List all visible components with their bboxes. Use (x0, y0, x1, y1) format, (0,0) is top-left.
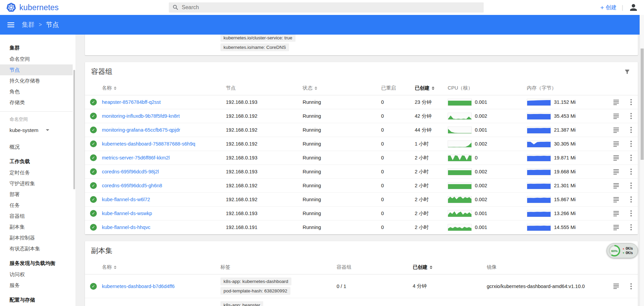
breadcrumb-cluster-link[interactable]: 集群 (22, 20, 35, 29)
sidebar-item-pods[interactable]: 容器组 (0, 211, 73, 222)
pod-name-cell: monitoring-grafana-65ccfb675-qpjdr (102, 127, 226, 133)
pod-menu-button[interactable] (624, 98, 638, 107)
memory-value: 21.387 Mi (554, 127, 576, 133)
cpu-sparkline-box (448, 168, 472, 175)
pod-logs-button[interactable] (608, 197, 624, 203)
pod-name-link[interactable]: heapster-8576784bff-q2sst (102, 99, 161, 105)
cpu-value: 0.001 (475, 127, 487, 133)
pod-menu-button[interactable] (624, 139, 638, 148)
pod-node: 192.168.0.192 (226, 197, 303, 202)
replicaset-logs-button[interactable] (608, 283, 624, 289)
pod-logs-button[interactable] (608, 127, 624, 133)
sidebar-item-cluster[interactable]: 集群 (0, 42, 73, 54)
pods-filter-button[interactable] (624, 69, 630, 75)
pod-menu-button[interactable] (624, 126, 638, 134)
sidebar-item-discovery-load-balancing[interactable]: 服务发现与负载均衡 (0, 257, 73, 269)
check-circle-icon: ✓ (90, 168, 97, 175)
pod-restarts: 0 (381, 211, 415, 216)
replicaset-row: ✓kubernetes-dashboard-b7d6d4ff6k8s-app: … (85, 274, 638, 298)
memory-value: 14.555 Mi (554, 225, 576, 230)
pod-menu-button[interactable] (624, 153, 638, 162)
column-label: 名称 (102, 264, 112, 270)
pod-name-link[interactable]: monitoring-influxdb-9b78f5fd9-kn8rt (102, 113, 180, 119)
pod-name-link[interactable]: coredns-695f96dcd5-gh6n8 (102, 183, 162, 188)
replicaset-status-icon: ✓ (85, 283, 102, 290)
sidebar-item-ingresses[interactable]: 访问权 (0, 269, 73, 280)
namespace-selector[interactable]: kube-system (0, 124, 73, 136)
pod-logs-button[interactable] (608, 183, 624, 189)
pod-menu-button[interactable] (624, 167, 638, 176)
replicaset-images: gcrxio/kubernetes-dashboard-amd64:v1.10.… (487, 284, 608, 289)
usage-sparkline (527, 224, 551, 231)
sidebar-item-workloads[interactable]: 工作负载 (0, 156, 73, 167)
sidebar-item-jobs[interactable]: 任务 (0, 200, 73, 211)
replicaset-name-link[interactable]: kubernetes-dashboard-b7d6d4ff6 (102, 284, 175, 289)
sidebar-item-namespaces[interactable]: 命名空间 (0, 54, 73, 64)
sidebar-item-daemon-sets[interactable]: 守护进程集 (0, 178, 73, 189)
pod-restarts: 0 (381, 169, 415, 174)
sidebar-item-stateful-sets[interactable]: 有状态副本集 (0, 243, 73, 254)
column-label: 标签 (220, 264, 230, 270)
user-avatar-button[interactable] (628, 2, 639, 13)
sidebar-item-deployments[interactable]: 部署 (0, 189, 73, 200)
sidebar-item-nodes[interactable]: 节点 (0, 64, 73, 75)
pod-name-cell: heapster-8576784bff-q2sst (102, 99, 226, 105)
pod-name-link[interactable]: kube-flannel-ds-wswkp (102, 211, 152, 216)
search-input[interactable] (182, 4, 480, 11)
pod-menu-button[interactable] (624, 209, 638, 218)
sidebar-scrollbar-thumb[interactable] (73, 70, 75, 189)
column-header-created[interactable]: 已创建 (415, 85, 448, 91)
column-label: 容器组 (337, 264, 352, 270)
sidebar-item-cron-jobs[interactable]: 定时任务 (0, 167, 73, 178)
page-scrollbar[interactable] (640, 15, 644, 306)
pod-status: Running (303, 99, 381, 105)
sidebar-item-services[interactable]: 服务 (0, 280, 73, 291)
menu-toggle-button[interactable] (7, 21, 15, 29)
sidebar-item-storage-classes[interactable]: 存储类 (0, 97, 73, 108)
pod-logs-button[interactable] (608, 211, 624, 216)
pod-cpu-usage: 0.001 (448, 224, 527, 231)
sidebar-item-replica-sets[interactable]: 副本集 (0, 222, 73, 232)
pod-logs-button[interactable] (608, 113, 624, 119)
pod-name-link[interactable]: kube-flannel-ds-hhqvc (102, 225, 150, 230)
pod-restarts: 0 (381, 183, 415, 188)
pod-logs-button[interactable] (608, 155, 624, 161)
pod-name-link[interactable]: coredns-695f96dcd5-98j2l (102, 169, 159, 174)
column-header-name[interactable]: 名称 (102, 85, 226, 91)
cpu-value: 0.002 (475, 169, 487, 174)
sort-arrows-icon (430, 266, 432, 269)
pod-logs-button[interactable] (608, 169, 624, 175)
pod-menu-button[interactable] (624, 223, 638, 232)
pod-menu-button[interactable] (624, 112, 638, 120)
sidebar-item-config-storage[interactable]: 配置与存储 (0, 294, 73, 306)
column-header-cpu: CPU（核） (448, 85, 527, 91)
column-header-created[interactable]: 已创建 (413, 264, 487, 270)
pod-menu-button[interactable] (624, 181, 638, 190)
pod-cpu-usage: 0.001 (448, 99, 527, 106)
pod-name-link[interactable]: kubernetes-dashboard-7588787688-s6h9q (102, 141, 195, 147)
sidebar-item-replication-controllers[interactable]: 副本控制器 (0, 232, 73, 243)
pod-logs-button[interactable] (608, 99, 624, 105)
column-header-name[interactable]: 名称 (102, 264, 220, 270)
kebab-menu-icon (629, 195, 633, 204)
pod-logs-button[interactable] (608, 225, 624, 230)
create-button[interactable]: + 创建 (600, 4, 616, 11)
pod-name-cell: coredns-695f96dcd5-98j2l (102, 169, 226, 174)
sidebar-item-roles[interactable]: 角色 (0, 86, 73, 97)
pod-name-link[interactable]: monitoring-grafana-65ccfb675-qpjdr (102, 127, 180, 133)
replicaset-menu-button[interactable] (624, 282, 638, 291)
page-scrollbar-thumb[interactable] (641, 49, 644, 160)
label-chip: k8s-app: heapster (220, 301, 263, 306)
pod-memory-usage: 19.668 Mi (527, 168, 608, 175)
pod-logs-button[interactable] (608, 141, 624, 147)
pod-status: Running (303, 225, 381, 230)
sidebar-item-persistent-volumes[interactable]: 持久化存储卷 (0, 75, 73, 86)
pods-card-header: 容器组 (85, 62, 638, 81)
pod-name-link[interactable]: kube-flannel-ds-w6l72 (102, 197, 150, 202)
column-header-status[interactable]: 状态 (303, 85, 381, 91)
kubernetes-logo[interactable]: kubernetes (6, 0, 59, 15)
check-circle-icon: ✓ (90, 154, 97, 161)
pod-menu-button[interactable] (624, 195, 638, 204)
sidebar-item-overview[interactable]: 概况 (0, 141, 73, 152)
pod-name-link[interactable]: metrics-server-75d6ff86f-kkm2l (102, 155, 170, 160)
